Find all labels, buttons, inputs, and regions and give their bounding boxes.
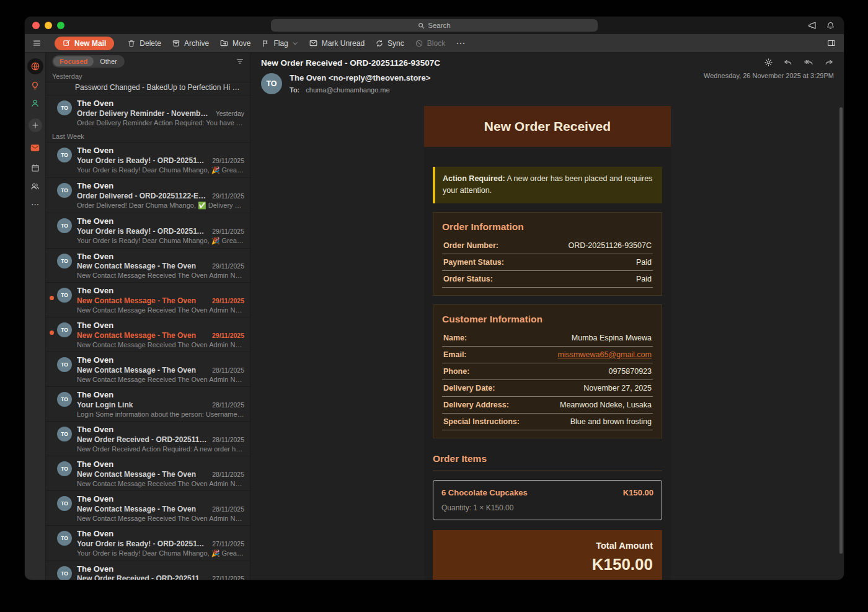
- email-banner-title: New Order Received: [424, 106, 671, 147]
- reading-pane: New Order Received - ORD-20251126-93507C…: [251, 53, 844, 580]
- add-button[interactable]: [29, 118, 42, 132]
- account-avatar-globe-icon[interactable]: [27, 58, 43, 74]
- search-placeholder: Search: [428, 22, 450, 29]
- info-row: Payment Status:Paid: [442, 254, 653, 271]
- info-row-label: Payment Status:: [443, 258, 504, 267]
- item-quantity: Quantity: 1 × K150.00: [441, 503, 653, 512]
- list-item-preview: Order Delivery Reminder Action Required:…: [77, 119, 244, 126]
- list-item-subject: Order Delivered - ORD-20251122-E8ECE3: [77, 192, 207, 200]
- avatar: TO: [57, 496, 72, 511]
- search-input[interactable]: Search: [271, 19, 598, 32]
- list-item[interactable]: TOThe OvenNew Contact Message - The Oven…: [46, 282, 250, 317]
- unread-dot: [50, 296, 54, 300]
- info-row-value: 0975870923: [608, 367, 652, 376]
- notifications-bell-icon[interactable]: [826, 21, 835, 30]
- move-folder-icon: [219, 38, 229, 48]
- list-item-partial[interactable]: Password Changed - BakedUp to Perfection…: [46, 82, 250, 95]
- list-item-date: 29/11/2025: [212, 157, 244, 164]
- contacts-person-icon[interactable]: [30, 98, 40, 109]
- list-item[interactable]: TOThe OvenNew Contact Message - The Oven…: [46, 317, 250, 352]
- list-item-subject: Your Order is Ready! - ORD-20251122-2A1C…: [77, 156, 207, 165]
- recipient-address[interactable]: chuma@chumamhango.me: [306, 86, 389, 94]
- list-item-preview: New Contact Message Received The Oven Ad…: [77, 306, 244, 314]
- close-window-button[interactable]: [32, 22, 40, 29]
- envelope-icon: [309, 38, 318, 48]
- info-row: Order Status:Paid: [442, 271, 653, 288]
- megaphone-icon[interactable]: [807, 20, 817, 30]
- minimize-window-button[interactable]: [45, 22, 52, 29]
- list-section-header: Last Week: [46, 130, 250, 142]
- calendar-module-icon[interactable]: [30, 163, 40, 173]
- info-row-value: Meanwood Ndeke, Lusaka: [560, 401, 652, 409]
- email-list: YesterdayPassword Changed - BakedUp to P…: [46, 69, 250, 580]
- info-row: Special Instructions:Blue and brown fros…: [442, 414, 653, 430]
- chevron-down-icon: [292, 40, 298, 47]
- sender-name: The Oven <no-reply@theoven.store>: [290, 73, 430, 82]
- flag-button[interactable]: Flag: [261, 39, 298, 48]
- info-row-value: ORD-20251126-93507C: [568, 241, 652, 250]
- sidebar-toggle-button[interactable]: [32, 38, 42, 48]
- list-item-sender: The Oven: [77, 286, 244, 296]
- new-mail-button[interactable]: New Mail: [55, 37, 114, 50]
- avatar: TO: [57, 218, 72, 233]
- list-item[interactable]: TOThe OvenYour Order is Ready! - ORD-202…: [46, 525, 250, 561]
- list-item[interactable]: TOThe OvenOrder Delivery Reminder - Nove…: [46, 95, 250, 130]
- trash-icon: [127, 39, 136, 48]
- block-icon: [415, 39, 423, 48]
- list-item[interactable]: TOThe OvenNew Contact Message - The Oven…: [46, 352, 250, 386]
- list-item[interactable]: TOThe OvenNew Order Received - ORD-20251…: [46, 561, 250, 580]
- info-row-label: Name:: [443, 334, 467, 342]
- forward-icon[interactable]: [824, 58, 834, 67]
- move-button[interactable]: Move: [219, 38, 250, 48]
- avatar: TO: [57, 148, 72, 162]
- ideas-lightbulb-icon[interactable]: [30, 81, 40, 91]
- delete-button[interactable]: Delete: [127, 39, 161, 48]
- info-row: Delivery Address:Meanwood Ndeke, Lusaka: [442, 397, 653, 414]
- list-item[interactable]: TOThe OvenNew Contact Message - The Oven…: [46, 490, 250, 525]
- list-item[interactable]: TOThe OvenNew Contact Message - The Oven…: [46, 248, 250, 283]
- list-item[interactable]: TOThe OvenYour Login Link28/11/2025Login…: [46, 386, 250, 421]
- list-item[interactable]: TOThe OvenYour Order is Ready! - ORD-202…: [46, 213, 250, 248]
- filter-icon[interactable]: [236, 57, 244, 66]
- list-item-subject: Your Login Link: [77, 401, 207, 409]
- mail-module-icon[interactable]: [30, 143, 40, 153]
- rail-more-icon[interactable]: ⋯: [31, 200, 39, 209]
- list-item-preview: New Contact Message Received The Oven Ad…: [77, 341, 244, 348]
- list-section-header: Yesterday: [46, 69, 250, 82]
- reply-all-icon[interactable]: [803, 58, 814, 67]
- email-link[interactable]: missmwewa65@gmail.com: [557, 350, 652, 359]
- message-date: Wednesday, 26 November 2025 at 3:29PM: [704, 72, 834, 79]
- tab-other[interactable]: Other: [94, 56, 123, 66]
- block-button[interactable]: Block: [415, 39, 445, 48]
- zoom-window-button[interactable]: [57, 22, 64, 29]
- list-item-sender: The Oven: [77, 216, 244, 227]
- list-item[interactable]: TOThe OvenOrder Delivered - ORD-20251122…: [46, 177, 250, 213]
- reading-pane-toggle-icon[interactable]: [826, 38, 836, 48]
- sync-button[interactable]: Sync: [375, 39, 404, 48]
- tab-focused[interactable]: Focused: [53, 56, 94, 66]
- avatar: TO: [57, 288, 72, 303]
- order-information-card: Order Information Order Number:ORD-20251…: [433, 212, 662, 296]
- list-item-sender: The Oven: [77, 181, 244, 192]
- info-row: Phone:0975870923: [442, 363, 653, 380]
- appearance-sun-icon[interactable]: [764, 58, 773, 67]
- titlebar: Search: [25, 17, 844, 34]
- list-item[interactable]: TOThe OvenYour Order is Ready! - ORD-202…: [46, 142, 250, 177]
- recipient-line: To:chuma@chumamhango.me: [290, 86, 430, 94]
- list-item[interactable]: TOThe OvenNew Order Received - ORD-20251…: [46, 421, 250, 456]
- order-items-title: Order Items: [433, 453, 662, 464]
- list-item[interactable]: TOThe OvenNew Contact Message - The Oven…: [46, 456, 250, 490]
- avatar: TO: [57, 254, 72, 268]
- archive-button[interactable]: Archive: [172, 39, 209, 48]
- info-row-label: Delivery Date:: [443, 384, 495, 392]
- list-item-sender: The Oven: [77, 459, 244, 470]
- mark-unread-button[interactable]: Mark Unread: [309, 38, 365, 48]
- people-module-icon[interactable]: [30, 181, 40, 192]
- more-options-button[interactable]: ⋯: [456, 38, 466, 49]
- avatar: TO: [57, 531, 72, 546]
- list-item-subject: Your Order is Ready! - ORD-20251122-E8EC…: [77, 227, 207, 236]
- sync-icon: [375, 39, 384, 48]
- archive-icon: [172, 39, 180, 48]
- reply-icon[interactable]: [783, 58, 793, 67]
- reading-pane-scrollbar[interactable]: [839, 107, 843, 554]
